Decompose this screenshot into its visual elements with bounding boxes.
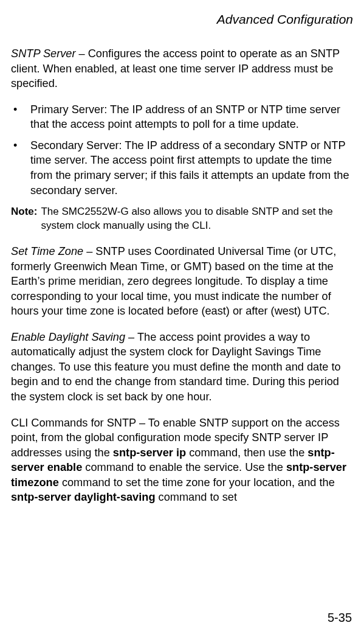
page-number: 5-35 <box>328 611 352 625</box>
bullet-icon: • <box>11 138 30 153</box>
list-item: • Secondary Server: The IP address of a … <box>11 138 353 198</box>
cli-text: command, then use the <box>186 447 307 459</box>
set-time-zone-term: Set Time Zone <box>11 245 83 257</box>
document-page: Advanced Configuration SNTP Server – Con… <box>0 0 364 637</box>
bullet-list: • Primary Server: The IP address of an S… <box>11 102 353 198</box>
page-header: Advanced Configuration <box>11 12 353 27</box>
bullet-text: Primary Server: The IP address of an SNT… <box>30 102 353 132</box>
cli-text: command to set the time zone for your lo… <box>59 476 335 489</box>
bullet-text: Secondary Server: The IP address of a se… <box>30 138 353 198</box>
bullet-icon: • <box>11 102 30 117</box>
cli-commands-paragraph: CLI Commands for SNTP – To enable SNTP s… <box>11 416 353 505</box>
cli-text: command to enable the service. Use the <box>82 461 286 473</box>
set-time-zone-paragraph: Set Time Zone – SNTP uses Coordinated Un… <box>11 244 353 319</box>
list-item: • Primary Server: The IP address of an S… <box>11 102 353 132</box>
daylight-saving-paragraph: Enable Daylight Saving – The access poin… <box>11 330 353 405</box>
cli-command: sntp-server daylight-saving <box>11 491 156 503</box>
cli-command: sntp-server ip <box>113 447 186 459</box>
daylight-term: Enable Daylight Saving <box>11 331 125 343</box>
cli-text: command to set <box>156 491 237 503</box>
note-block: Note: The SMC2552W-G also allows you to … <box>11 205 353 233</box>
sntp-server-paragraph: SNTP Server – Configures the access poin… <box>11 46 353 91</box>
note-text: The SMC2552W-G also allows you to disabl… <box>41 205 353 233</box>
note-label: Note: <box>11 205 37 219</box>
sntp-server-term: SNTP Server <box>11 47 75 60</box>
